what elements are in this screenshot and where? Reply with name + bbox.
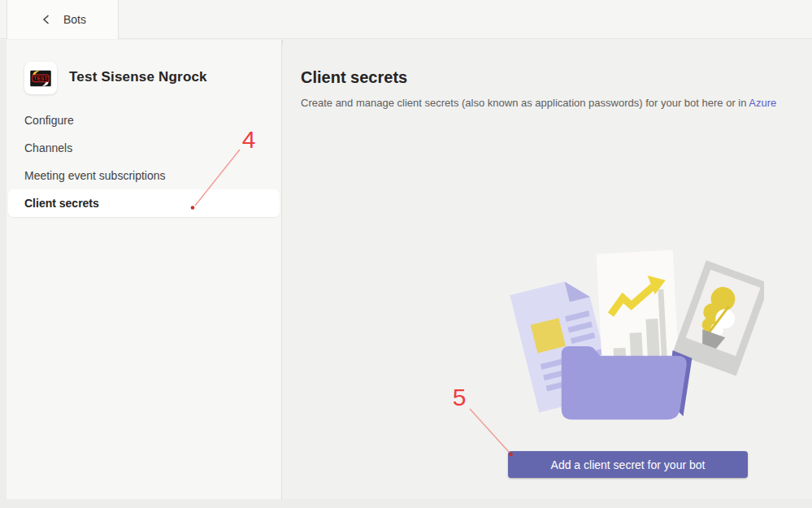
folder-illustration — [562, 346, 693, 419]
client-secrets-panel: Client secrets Create and manage client … — [283, 40, 812, 499]
tab-bots-label: Bots — [63, 13, 86, 26]
page-title: Client secrets — [301, 68, 407, 87]
bot-sidebar: TEST Test Sisense Ngrock Configure Chann… — [7, 40, 282, 499]
window-edge-left — [0, 40, 7, 508]
empty-state-illustration — [504, 245, 764, 439]
bot-avatar: TEST — [24, 62, 57, 94]
top-tab-bar: Bots — [0, 0, 812, 39]
tab-bots[interactable]: Bots — [7, 0, 119, 39]
developer-portal-window: Bots TEST Test Sisense Ngrock Configure … — [0, 0, 812, 508]
bot-avatar-text: TEST — [33, 76, 47, 81]
page-description: Create and manage client secrets (also k… — [301, 97, 776, 109]
bot-nav: Configure Channels Meeting event subscri… — [8, 106, 280, 217]
nav-item-meeting-event-subscriptions[interactable]: Meeting event subscriptions — [8, 162, 280, 189]
window-edge-bottom — [0, 499, 812, 508]
nav-item-client-secrets[interactable]: Client secrets — [8, 189, 280, 217]
test-bot-logo-icon: TEST — [27, 64, 54, 92]
add-client-secret-button[interactable]: Add a client secret for your bot — [508, 451, 748, 478]
bot-name: Test Sisense Ngrock — [69, 69, 207, 85]
azure-link[interactable]: Azure — [749, 97, 776, 109]
chevron-left-icon — [41, 14, 51, 25]
page-description-text: Create and manage client secrets (also k… — [301, 97, 749, 109]
nav-item-channels[interactable]: Channels — [8, 134, 280, 162]
nav-item-configure[interactable]: Configure — [8, 106, 280, 134]
